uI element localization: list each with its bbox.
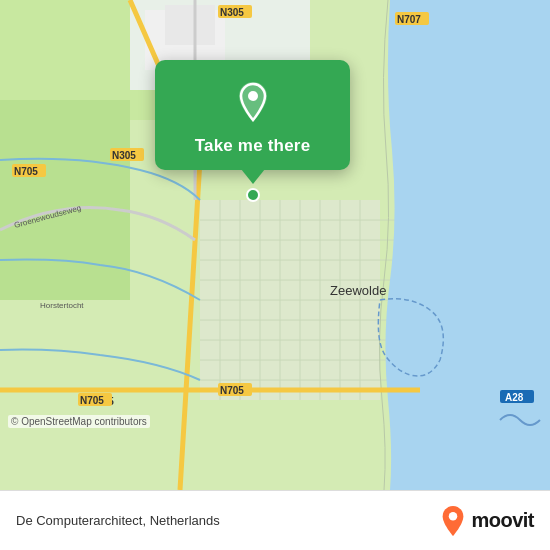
svg-point-45 <box>248 91 258 101</box>
svg-text:Horstertocht: Horstertocht <box>40 301 84 310</box>
moovit-logo: moovit <box>439 505 534 537</box>
svg-point-44 <box>247 189 259 201</box>
take-me-there-button[interactable]: Take me there <box>195 136 311 156</box>
location-name: De Computerarchitect, Netherlands <box>16 513 429 528</box>
svg-text:A28: A28 <box>505 392 524 403</box>
popup-card[interactable]: Take me there <box>155 60 350 170</box>
svg-text:Zeewolde: Zeewolde <box>330 283 386 298</box>
svg-text:N705: N705 <box>80 395 104 406</box>
svg-text:N707: N707 <box>397 14 421 25</box>
map-container: N705 N705 N705 N305 N305 N705 N707 A28 G… <box>0 0 550 490</box>
svg-text:N305: N305 <box>112 150 136 161</box>
svg-rect-3 <box>0 100 130 300</box>
svg-text:N705: N705 <box>14 166 38 177</box>
map-copyright: © OpenStreetMap contributors <box>8 415 150 428</box>
svg-point-46 <box>449 512 457 520</box>
moovit-pin-icon <box>439 505 467 537</box>
footer-bar: De Computerarchitect, Netherlands moovit <box>0 490 550 550</box>
moovit-brand: moovit <box>471 509 534 532</box>
svg-text:N705: N705 <box>220 385 244 396</box>
svg-text:N305: N305 <box>220 7 244 18</box>
location-pin-icon <box>229 78 277 126</box>
svg-rect-6 <box>165 5 215 45</box>
